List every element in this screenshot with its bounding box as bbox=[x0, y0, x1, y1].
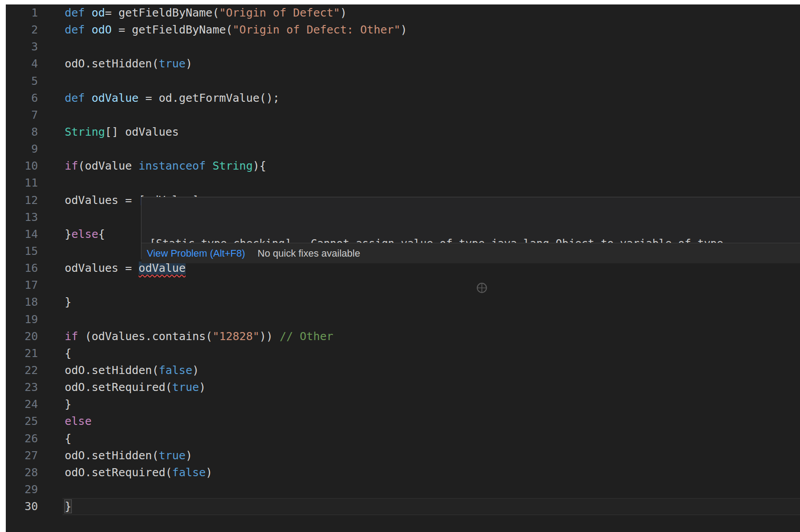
code-line-19[interactable]: 19 bbox=[6, 311, 800, 328]
code-token: String bbox=[212, 159, 253, 172]
code-token: (odValues.contains( bbox=[78, 330, 212, 343]
code-content: } bbox=[65, 396, 800, 413]
line-number: 25 bbox=[6, 413, 38, 430]
code-token: { bbox=[98, 228, 105, 241]
code-line-25[interactable]: 25else bbox=[6, 413, 800, 430]
view-problem-link[interactable]: View Problem (Alt+F8) bbox=[147, 248, 245, 259]
code-line-18[interactable]: 18} bbox=[6, 294, 800, 311]
line-number: 27 bbox=[6, 447, 38, 464]
code-line-8[interactable]: 8String[] odValues bbox=[6, 124, 800, 141]
code-token: false bbox=[172, 466, 206, 479]
code-token: "12828" bbox=[212, 330, 259, 343]
code-token: ) bbox=[186, 57, 192, 70]
code-line-30[interactable]: 30} bbox=[6, 498, 800, 515]
line-number: 29 bbox=[6, 481, 38, 498]
line-number: 1 bbox=[6, 4, 38, 21]
code-token: ) bbox=[401, 23, 407, 36]
code-line-23[interactable]: 23odO.setRequired(true) bbox=[6, 379, 800, 396]
code-line-11[interactable]: 11 bbox=[6, 175, 800, 191]
code-line-1[interactable]: 1def od= getFieldByName("Origin of Defec… bbox=[6, 4, 800, 21]
code-line-27[interactable]: 27odO.setHidden(true) bbox=[6, 447, 800, 464]
line-number: 22 bbox=[6, 362, 38, 379]
code-token: [] odValues bbox=[105, 125, 179, 138]
code-line-26[interactable]: 26{ bbox=[6, 430, 800, 447]
code-token: String bbox=[65, 125, 105, 138]
line-number: 26 bbox=[6, 430, 38, 447]
code-line-17[interactable]: 17 bbox=[6, 277, 800, 294]
code-line-6[interactable]: 6def odValue = od.getFormValue(); bbox=[6, 90, 800, 107]
line-number: 30 bbox=[6, 498, 38, 515]
code-token: if bbox=[65, 330, 78, 343]
code-editor[interactable]: 1def od= getFieldByName("Origin of Defec… bbox=[6, 4, 800, 532]
code-line-24[interactable]: 24} bbox=[6, 396, 800, 413]
code-content: odO.setHidden(false) bbox=[65, 362, 800, 379]
code-token: "Origin of Defect" bbox=[219, 6, 340, 19]
code-line-10[interactable]: 10if(odValue instanceof String){ bbox=[6, 158, 800, 175]
no-quick-fixes-text: No quick fixes available bbox=[257, 248, 360, 259]
code-content: def odValue = od.getFormValue(); bbox=[65, 90, 800, 107]
line-number: 15 bbox=[6, 243, 38, 260]
code-token: odO bbox=[91, 23, 112, 36]
code-content: else bbox=[65, 413, 800, 430]
line-number: 7 bbox=[6, 107, 38, 124]
code-line-20[interactable]: 20if (odValues.contains("12828")) // Oth… bbox=[6, 328, 800, 345]
code-content: odO.setHidden(true) bbox=[65, 55, 800, 72]
code-token: odO.setRequired( bbox=[65, 381, 172, 394]
code-content: } bbox=[65, 498, 800, 515]
code-token: false bbox=[159, 364, 192, 377]
code-content: if(odValue instanceof String){ bbox=[65, 158, 800, 175]
line-number: 18 bbox=[6, 294, 38, 311]
line-number: 19 bbox=[6, 311, 38, 328]
line-number: 17 bbox=[6, 277, 38, 294]
code-token: else bbox=[65, 415, 91, 428]
code-content: odO.setRequired(false) bbox=[65, 464, 800, 481]
code-token: odValues = bbox=[65, 262, 139, 274]
code-token bbox=[206, 159, 212, 172]
code-content: { bbox=[65, 430, 800, 447]
code-token: true bbox=[159, 57, 186, 70]
code-token: odO.setHidden( bbox=[65, 364, 159, 377]
hover-message-line: [Static type checking] - Cannot assign v… bbox=[149, 235, 800, 243]
code-token: else bbox=[71, 228, 98, 241]
code-content: if (odValues.contains("12828")) // Other bbox=[65, 328, 800, 345]
error-token: odValue bbox=[139, 262, 186, 274]
code-token: def bbox=[65, 23, 91, 36]
line-number: 23 bbox=[6, 379, 38, 396]
code-line-28[interactable]: 28odO.setRequired(false) bbox=[6, 464, 800, 481]
code-content: String[] odValues bbox=[65, 124, 800, 141]
code-token: odO.setRequired( bbox=[65, 466, 172, 479]
code-token: = getFieldByName( bbox=[105, 6, 219, 19]
code-line-7[interactable]: 7 bbox=[6, 107, 800, 124]
code-line-29[interactable]: 29 bbox=[6, 481, 800, 498]
code-line-3[interactable]: 3 bbox=[6, 38, 800, 55]
line-number: 24 bbox=[6, 396, 38, 413]
code-token: if bbox=[65, 159, 78, 172]
code-line-9[interactable]: 9 bbox=[6, 141, 800, 158]
code-token: odO.setHidden( bbox=[65, 57, 159, 70]
code-line-21[interactable]: 21{ bbox=[6, 345, 800, 362]
code-token: od bbox=[91, 6, 105, 19]
hover-tooltip: [Static type checking] - Cannot assign v… bbox=[141, 197, 800, 259]
line-number: 13 bbox=[6, 209, 38, 226]
code-line-4[interactable]: 4odO.setHidden(true) bbox=[6, 55, 800, 72]
code-content: } bbox=[65, 294, 800, 311]
screenshot-stage: 1def od= getFieldByName("Origin of Defec… bbox=[0, 0, 800, 532]
code-token: odValue bbox=[91, 91, 138, 104]
line-number: 16 bbox=[6, 260, 38, 277]
line-number: 20 bbox=[6, 328, 38, 345]
code-line-5[interactable]: 5 bbox=[6, 73, 800, 90]
code-token: true bbox=[159, 449, 186, 462]
hover-action-bar: View Problem (Alt+F8) No quick fixes ava… bbox=[141, 243, 800, 263]
code-token: def bbox=[65, 91, 91, 104]
code-token: } bbox=[65, 295, 71, 308]
code-token: true bbox=[172, 381, 199, 394]
line-number: 8 bbox=[6, 124, 38, 141]
code-token: )) bbox=[260, 330, 280, 343]
code-line-22[interactable]: 22odO.setHidden(false) bbox=[6, 362, 800, 379]
code-token: (odValue bbox=[78, 159, 138, 172]
line-number: 3 bbox=[6, 38, 38, 55]
code-line-2[interactable]: 2def odO = getFieldByName("Origin of Def… bbox=[6, 21, 800, 38]
line-number: 14 bbox=[6, 226, 38, 243]
code-content: def od= getFieldByName("Origin of Defect… bbox=[65, 4, 800, 21]
code-token: ) bbox=[192, 364, 199, 377]
